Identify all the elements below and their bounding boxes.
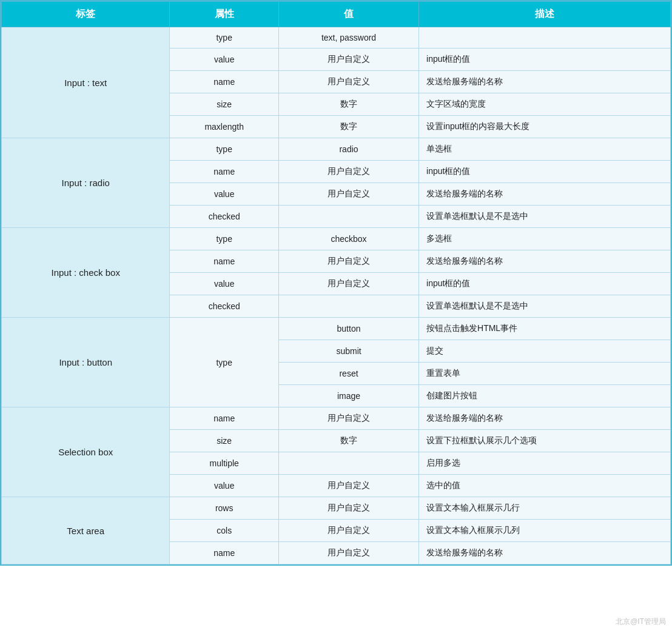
val-cell: button: [279, 318, 419, 340]
attr-cell: value: [170, 273, 279, 295]
attr-cell: name: [170, 71, 279, 93]
tag-cell: Input : check box: [2, 228, 170, 318]
desc-cell: input框的值: [419, 161, 671, 183]
val-cell: 用户自定义: [279, 407, 419, 430]
desc-cell: 发送给服务端的名称: [419, 183, 671, 206]
attr-cell: multiple: [170, 452, 279, 475]
desc-cell: 按钮点击触发HTML事件: [419, 318, 671, 340]
tag-cell: Input : button: [2, 318, 170, 407]
val-cell: 用户自定义: [279, 161, 419, 183]
desc-cell: 发送给服务端的名称: [419, 71, 671, 93]
val-cell: submit: [279, 340, 419, 363]
desc-cell: 发送给服务端的名称: [419, 250, 671, 273]
val-cell: text, password: [279, 27, 419, 49]
tag-cell: Selection box: [2, 407, 170, 497]
desc-cell: 发送给服务端的名称: [419, 407, 671, 430]
attr-cell: rows: [170, 497, 279, 520]
attr-cell: type: [170, 228, 279, 250]
attr-cell: type: [170, 138, 279, 161]
main-table-wrapper: 标签 属性 值 描述 Input : texttypetext, passwor…: [0, 0, 672, 566]
header-attr: 属性: [170, 2, 279, 27]
header-val: 值: [279, 2, 419, 27]
html-attributes-table: 标签 属性 值 描述 Input : texttypetext, passwor…: [1, 1, 671, 564]
attr-cell: type: [170, 318, 279, 407]
attr-cell: value: [170, 183, 279, 206]
tag-cell: Text area: [2, 497, 170, 564]
desc-cell: 设置input框的内容最大长度: [419, 116, 671, 138]
attr-cell: maxlength: [170, 116, 279, 138]
val-cell: 用户自定义: [279, 497, 419, 520]
attr-cell: name: [170, 161, 279, 183]
attr-cell: size: [170, 93, 279, 116]
val-cell: 用户自定义: [279, 250, 419, 273]
attr-cell: checked: [170, 295, 279, 318]
attr-cell: name: [170, 250, 279, 273]
header-tag: 标签: [2, 2, 170, 27]
tag-cell: Input : text: [2, 27, 170, 138]
desc-cell: 启用多选: [419, 452, 671, 475]
desc-cell: 文字区域的宽度: [419, 93, 671, 116]
val-cell: 用户自定义: [279, 49, 419, 71]
desc-cell: [419, 27, 671, 49]
val-cell: 用户自定义: [279, 475, 419, 497]
attr-cell: value: [170, 475, 279, 497]
attr-cell: checked: [170, 206, 279, 228]
val-cell: 用户自定义: [279, 71, 419, 93]
desc-cell: 创建图片按钮: [419, 385, 671, 407]
desc-cell: input框的值: [419, 273, 671, 295]
desc-cell: 提交: [419, 340, 671, 363]
val-cell: checkbox: [279, 228, 419, 250]
header-desc: 描述: [419, 2, 671, 27]
val-cell: 用户自定义: [279, 520, 419, 542]
desc-cell: 设置单选框默认是不是选中: [419, 206, 671, 228]
attr-cell: size: [170, 430, 279, 452]
attr-cell: name: [170, 407, 279, 430]
val-cell: [279, 206, 419, 228]
desc-cell: 重置表单: [419, 363, 671, 385]
val-cell: 用户自定义: [279, 542, 419, 564]
desc-cell: input框的值: [419, 49, 671, 71]
val-cell: 用户自定义: [279, 273, 419, 295]
val-cell: reset: [279, 363, 419, 385]
val-cell: [279, 295, 419, 318]
attr-cell: name: [170, 542, 279, 564]
desc-cell: 发送给服务端的名称: [419, 542, 671, 564]
attr-cell: type: [170, 27, 279, 49]
desc-cell: 设置单选框默认是不是选中: [419, 295, 671, 318]
desc-cell: 设置文本输入框展示几行: [419, 497, 671, 520]
val-cell: 用户自定义: [279, 183, 419, 206]
desc-cell: 多选框: [419, 228, 671, 250]
val-cell: 数字: [279, 116, 419, 138]
desc-cell: 单选框: [419, 138, 671, 161]
desc-cell: 设置文本输入框展示几列: [419, 520, 671, 542]
desc-cell: 选中的值: [419, 475, 671, 497]
val-cell: 数字: [279, 430, 419, 452]
desc-cell: 设置下拉框默认展示几个选项: [419, 430, 671, 452]
tag-cell: Input : radio: [2, 138, 170, 228]
attr-cell: cols: [170, 520, 279, 542]
val-cell: 数字: [279, 93, 419, 116]
val-cell: [279, 452, 419, 475]
attr-cell: value: [170, 49, 279, 71]
val-cell: radio: [279, 138, 419, 161]
val-cell: image: [279, 385, 419, 407]
